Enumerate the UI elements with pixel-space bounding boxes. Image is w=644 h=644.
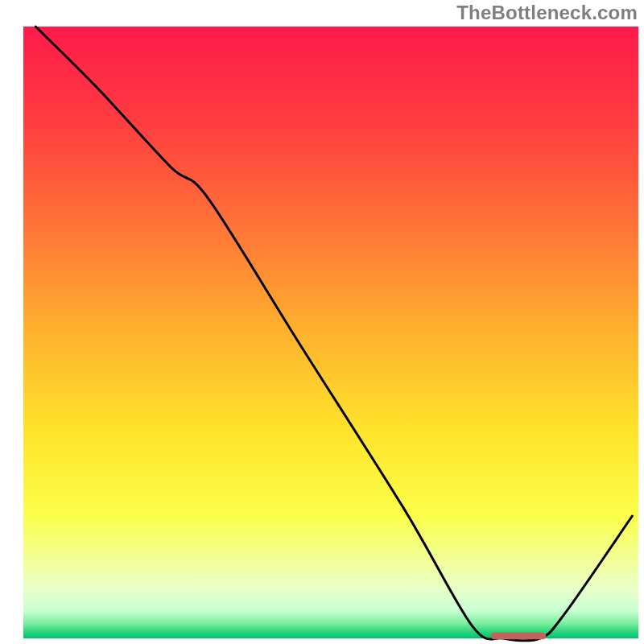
- chart-svg: [0, 0, 644, 644]
- baseline-red-segment: [491, 633, 547, 639]
- plot-background: [23, 27, 638, 638]
- chart-container: TheBottleneck.com: [0, 0, 644, 644]
